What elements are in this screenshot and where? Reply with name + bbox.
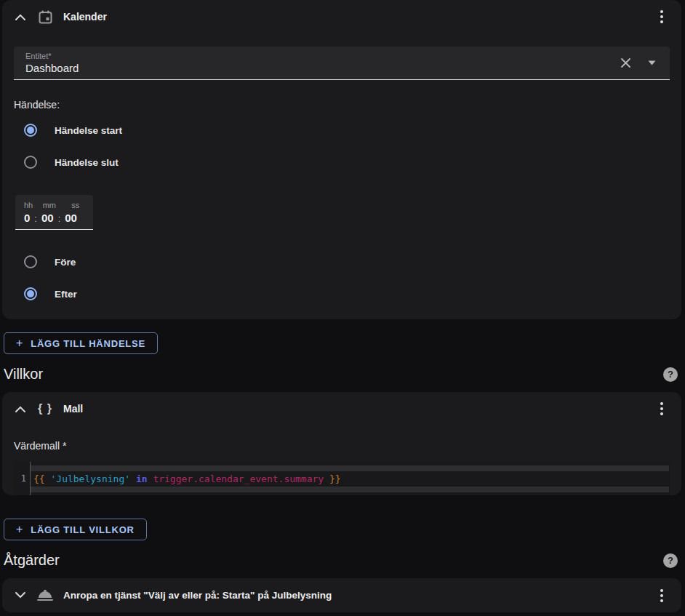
template-code-line[interactable]: {{ 'Julbelysning' in trigger.calendar_ev… — [31, 471, 670, 487]
add-condition-button[interactable]: + LÄGG TILL VILLKOR — [4, 519, 147, 540]
vertical-dots-icon — [660, 10, 663, 23]
trigger-card-header: Kalender — [2, 0, 681, 33]
radio-event-start-label: Händelse start — [55, 125, 122, 136]
radio-unselected-icon — [24, 156, 37, 169]
service-bell-icon — [36, 586, 55, 605]
seconds-label: ss — [71, 201, 87, 209]
radio-after-label: Efter — [55, 289, 77, 300]
editor-strip — [31, 465, 669, 471]
code-token: 'Julbelysning' — [50, 473, 130, 484]
vertical-dots-icon — [660, 589, 663, 602]
radio-unselected-icon — [24, 255, 37, 268]
entity-field-value: Dashboard — [25, 62, 616, 74]
trigger-card-kalender: Kalender Entitet* Dashboard — [2, 0, 681, 319]
time-offset-field[interactable]: hh mm ss 0 : 00 : 00 — [15, 195, 93, 230]
code-token: }} — [324, 473, 340, 484]
radio-selected-icon — [24, 124, 37, 137]
close-icon — [621, 58, 630, 68]
vertical-dots-icon — [660, 402, 663, 415]
action-overflow-menu-button[interactable] — [652, 586, 671, 605]
plus-icon: + — [16, 523, 23, 536]
trigger-overflow-menu-button[interactable] — [652, 7, 671, 26]
entity-field-texts: Entitet* Dashboard — [25, 52, 616, 74]
radio-event-end-label: Händelse slut — [55, 157, 119, 168]
action-card-service-call: Anropa en tjänst "Välj av eller på: Star… — [2, 578, 681, 612]
calendar-icon — [36, 7, 55, 26]
condition-card-header: { } Mall — [2, 392, 681, 425]
radio-event-start[interactable]: Händelse start — [24, 121, 670, 139]
editor-content[interactable]: {{ 'Julbelysning' in trigger.calendar_ev… — [31, 462, 670, 495]
expand-button[interactable] — [11, 586, 30, 605]
radio-event-end[interactable]: Händelse slut — [24, 153, 670, 171]
action-card-title: Anropa en tjänst "Välj av eller på: Star… — [63, 590, 332, 601]
conditions-section-title: Villkor — [4, 366, 43, 383]
code-token — [130, 473, 136, 484]
editor-strip — [31, 487, 669, 492]
action-card-header: Anropa en tjänst "Välj av eller på: Star… — [2, 578, 681, 612]
template-braces-icon: { } — [36, 399, 55, 418]
radio-before-label: Före — [55, 257, 76, 268]
code-token: {{ — [33, 473, 50, 484]
editor-gutter: 1 — [14, 462, 31, 495]
entity-field-label: Entitet* — [25, 52, 616, 60]
entity-field[interactable]: Entitet* Dashboard — [14, 47, 670, 80]
chevron-down-icon — [648, 60, 656, 65]
chevron-up-icon — [15, 14, 25, 20]
value-template-label: Värdemall * — [14, 440, 670, 452]
entity-dropdown-button[interactable] — [642, 54, 661, 73]
collapse-button[interactable] — [11, 399, 30, 418]
template-code-editor[interactable]: 1 {{ 'Julbelysning' in trigger.calendar_… — [14, 462, 670, 495]
help-icon[interactable]: ? — [663, 553, 678, 568]
help-icon[interactable]: ? — [663, 367, 678, 382]
collapse-button[interactable] — [11, 7, 30, 26]
chevron-up-icon — [15, 406, 25, 412]
hours-label: hh — [24, 201, 43, 209]
actions-section-title: Åtgärder — [4, 552, 60, 569]
condition-card-title: Mall — [63, 403, 83, 415]
radio-after[interactable]: Efter — [24, 285, 670, 303]
radio-before[interactable]: Före — [24, 253, 670, 271]
hours-input[interactable]: 0 — [24, 212, 30, 224]
minutes-input[interactable]: 00 — [41, 212, 54, 224]
clear-entity-button[interactable] — [616, 54, 635, 73]
actions-section-header: Åtgärder ? — [4, 552, 678, 569]
line-number: 1 — [21, 473, 26, 484]
condition-card-mall: { } Mall Värdemall * 1 {{ 'Julbelysning'… — [2, 392, 681, 495]
event-caption: Händelse: — [14, 99, 670, 111]
conditions-section-header: Villkor ? — [4, 366, 678, 383]
add-condition-button-label: LÄGG TILL VILLKOR — [31, 524, 135, 535]
time-separator: : — [58, 213, 61, 224]
code-token: in — [136, 473, 148, 484]
seconds-input[interactable]: 00 — [65, 212, 77, 224]
chevron-down-icon — [15, 592, 25, 599]
minutes-label: mm — [43, 201, 72, 209]
time-separator: : — [34, 213, 37, 224]
automation-editor-page: Kalender Entitet* Dashboard — [0, 0, 685, 616]
add-trigger-button[interactable]: + LÄGG TILL HÄNDELSE — [4, 332, 158, 354]
condition-overflow-menu-button[interactable] — [652, 399, 671, 418]
code-token: trigger.calendar_event.summary — [153, 473, 324, 484]
plus-icon: + — [16, 337, 23, 350]
trigger-card-title: Kalender — [63, 11, 107, 23]
add-trigger-button-label: LÄGG TILL HÄNDELSE — [31, 338, 145, 349]
radio-selected-icon — [24, 287, 37, 300]
